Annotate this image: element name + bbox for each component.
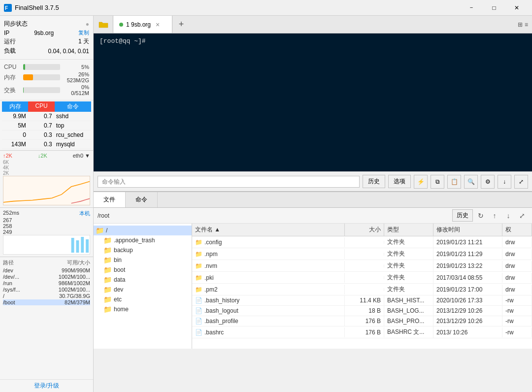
sync-dot: ● (86, 21, 89, 28)
col-perm[interactable]: 权 (502, 224, 532, 236)
terminal[interactable]: [root@qq ~]# (94, 33, 532, 171)
latency-section: 252ms 本机 267 258 249 (0, 207, 93, 257)
options-button[interactable]: 选项 (388, 175, 411, 188)
file-icon: 📄 (195, 307, 202, 314)
tree-item-data[interactable]: 📁 data (101, 275, 192, 285)
settings-icon: ⚙ (485, 178, 491, 185)
folder-icon: 📁 (103, 286, 112, 294)
close-button[interactable]: ✕ (505, 0, 528, 16)
tree-item-backup[interactable]: 📁 backup (101, 245, 192, 255)
folder-button[interactable] (94, 16, 113, 33)
tab-close-button[interactable]: × (156, 21, 160, 29)
col-size[interactable]: 大小 (345, 224, 384, 236)
process-cpu: 0.7 (28, 121, 54, 130)
download-button[interactable]: ↓ (498, 175, 511, 189)
settings-button[interactable]: ⚙ (481, 175, 495, 189)
file-type: BASHRC 文... (384, 327, 433, 338)
paste-button[interactable]: 📋 (447, 175, 461, 189)
file-icon: 📄 (195, 297, 202, 304)
history-button[interactable]: 历史 (363, 175, 385, 188)
file-perm: -rw (502, 316, 532, 326)
file-row[interactable]: 📁.config 文件夹 2019/01/23 11:21 drw (192, 236, 532, 248)
fm-download-button[interactable]: ↓ (502, 210, 514, 222)
list-view-button[interactable]: ≡ (525, 21, 528, 28)
process-header-cpu[interactable]: CPU (28, 101, 54, 112)
disk-row[interactable]: / 30.7G/38.9G (3, 293, 90, 299)
file-row[interactable]: 📁.npm 文件夹 2019/01/23 11:29 drw (192, 248, 532, 260)
fm-tab-commands[interactable]: 命令 (126, 192, 158, 207)
process-row[interactable]: 9.9M 0.7 sshd (2, 112, 91, 121)
copy-button[interactable]: ⧉ (431, 175, 444, 189)
col-type[interactable]: 类型 (384, 224, 433, 236)
process-section: 内存 CPU 命令 9.9M 0.7 sshd 5M 0.7 top 0 0.3… (0, 100, 93, 150)
disk-row[interactable]: /dev 990M/990M (3, 267, 90, 273)
tree-item-etc[interactable]: 📁 etc (101, 294, 192, 304)
command-input[interactable] (98, 176, 360, 188)
file-row[interactable]: 📄.bash_logout 18 B BASH_LOG... 2013/12/2… (192, 306, 532, 316)
maximize-button[interactable]: □ (483, 0, 505, 16)
fm-upload-button[interactable]: ↑ (489, 210, 500, 222)
tree-item-boot[interactable]: 📁 boot (101, 265, 192, 275)
file-row[interactable]: 📄.bash_history 11.4 KB BASH_HIST... 2020… (192, 295, 532, 306)
fm-more-button[interactable]: ⤢ (516, 210, 528, 222)
uptime-row: 运行 1 天 (4, 37, 89, 46)
fm-refresh-button[interactable]: ↻ (475, 210, 487, 222)
disk-row[interactable]: /dev/... 1002M/100... (3, 274, 90, 280)
folder-icon: 📁 (103, 246, 112, 254)
fm-tab-bar: 文件 命令 (94, 192, 532, 208)
col-date[interactable]: 修改时间 (433, 224, 502, 236)
process-mem: 143M (2, 140, 28, 149)
tab-item-1[interactable]: 1 9sb.org × (113, 16, 172, 33)
process-row[interactable]: 0 0.3 rcu_sched (2, 131, 91, 140)
process-header-cmd[interactable]: 命令 (55, 101, 91, 112)
search-button[interactable]: 🔍 (464, 175, 478, 189)
tab-add-button[interactable]: + (172, 16, 190, 33)
tree-item-appnode[interactable]: 📁 .appnode_trash (101, 235, 192, 245)
copy-button[interactable]: 复制 (78, 29, 89, 36)
file-row[interactable]: 📁.nvm 文件夹 2019/01/23 13:22 drw (192, 260, 532, 272)
disk-header: 路径 可用/大小 (3, 259, 90, 266)
file-perm: drw (502, 249, 532, 259)
mem-label: 内存 (4, 73, 21, 82)
latency-header: 252ms 本机 (3, 210, 90, 217)
disk-row[interactable]: /boot 82M/379M (3, 299, 90, 305)
latency-label: 本机 (79, 210, 90, 217)
expand-button[interactable]: ⤢ (514, 175, 528, 189)
file-size (345, 253, 384, 256)
process-header-mem[interactable]: 内存 (2, 101, 28, 112)
tree-item-home[interactable]: 📁 home (101, 304, 192, 314)
file-row[interactable]: 📁.pm2 文件夹 2019/01/23 17:00 drw (192, 284, 532, 295)
tree-item-bin[interactable]: 📁 bin (101, 255, 192, 265)
process-cmd: top (54, 121, 91, 130)
mem-bar (23, 74, 60, 80)
minimize-button[interactable]: － (460, 0, 483, 16)
grid-view-button[interactable]: ⊞ (518, 21, 523, 28)
process-row[interactable]: 5M 0.7 top (2, 121, 91, 131)
disk-row[interactable]: /run 986M/1002M (3, 280, 90, 286)
lightning-button[interactable]: ⚡ (414, 175, 428, 189)
view-buttons: ⊞ ≡ (514, 16, 532, 33)
net-interface[interactable]: eth0 ▼ (73, 153, 90, 159)
file-row[interactable]: 📄.bash_profile 176 B BASH_PRO... 2013/12… (192, 316, 532, 327)
mem-value: 26% 523M/2G (62, 71, 89, 83)
folder-icon: 📁 (195, 239, 202, 246)
uptime-value: 1 天 (78, 37, 89, 46)
disk-row[interactable]: /sys/f... 1002M/100... (3, 287, 90, 293)
login-upgrade-button[interactable]: 登录/升级 (0, 379, 93, 392)
tree-item-root[interactable]: 📁 / (94, 226, 192, 235)
col-filename[interactable]: 文件名 ▲ (192, 224, 345, 236)
mem-metric: 内存 26% 523M/2G (4, 71, 89, 83)
fm-tab-files[interactable]: 文件 (94, 192, 126, 207)
load-row: 负载 0.04, 0.04, 0.01 (4, 47, 89, 55)
file-row[interactable]: 📄.bashrc 176 B BASHRC 文... 2013/ 10:26 -… (192, 327, 532, 338)
file-size (345, 288, 384, 291)
tree-item-dev[interactable]: 📁 dev (101, 285, 192, 294)
file-row[interactable]: 📁.pki 文件夹 2017/03/14 08:55 drw (192, 272, 532, 284)
file-size (345, 264, 384, 267)
folder-icon: 📁 (195, 274, 202, 281)
process-row[interactable]: 143M 0.3 mysqld (2, 140, 91, 149)
upload-icon: ↑ (493, 212, 497, 220)
fm-history-button[interactable]: 历史 (452, 209, 473, 222)
process-cpu: 0.3 (28, 140, 54, 149)
file-type: BASH_LOG... (384, 306, 433, 316)
